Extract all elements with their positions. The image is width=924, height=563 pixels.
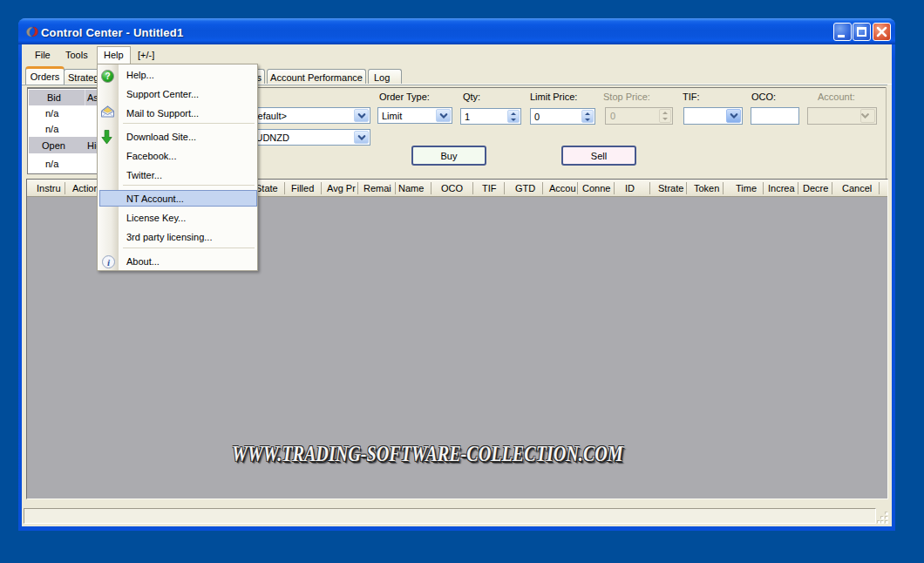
svg-text:?: ? [105, 71, 110, 81]
